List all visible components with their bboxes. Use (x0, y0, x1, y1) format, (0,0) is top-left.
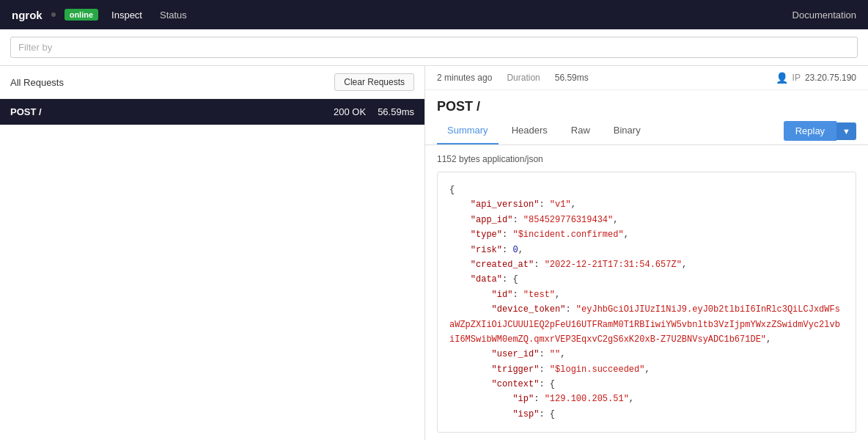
brand-logo: ngrok (12, 9, 43, 21)
filter-input[interactable] (10, 37, 858, 58)
user-icon: 👤 (776, 72, 788, 84)
left-panel: All Requests Clear Requests POST / 200 O… (0, 66, 425, 440)
all-requests-title: All Requests (10, 77, 64, 88)
replay-button[interactable]: Replay (784, 121, 836, 141)
request-status: 200 OK (334, 106, 366, 117)
ip-label: IP (792, 73, 801, 83)
nav-status[interactable]: Status (155, 10, 191, 21)
main-layout: All Requests Clear Requests POST / 200 O… (0, 66, 868, 440)
duration-value: 56.59ms (555, 73, 589, 83)
request-time: 2 minutes ago (437, 73, 492, 83)
tab-raw[interactable]: Raw (561, 117, 600, 144)
request-duration: 56.59ms (378, 106, 414, 117)
status-badge: online (65, 9, 98, 21)
tabs-row: Summary Headers Raw Binary Replay ▼ (425, 117, 868, 145)
navbar: ngrok online Inspect Status Documentatio… (0, 0, 868, 29)
nav-documentation[interactable]: Documentation (792, 10, 856, 21)
request-list: POST / 200 OK 56.59ms (0, 99, 424, 440)
nav-dot (51, 12, 56, 17)
request-method: POST / (10, 106, 42, 117)
replay-dropdown-button[interactable]: ▼ (836, 122, 856, 140)
json-viewer: { "api_version": "v1", "app_id": "854529… (437, 172, 856, 433)
content-area: 1152 bytes application/json { "api_versi… (425, 145, 868, 440)
clear-requests-button[interactable]: Clear Requests (334, 73, 414, 91)
duration-label: Duration (507, 73, 540, 83)
ip-value: 23.20.75.190 (805, 73, 856, 83)
tab-summary[interactable]: Summary (437, 117, 499, 144)
tab-headers[interactable]: Headers (501, 117, 558, 144)
bytes-info: 1152 bytes application/json (437, 154, 856, 164)
request-title: POST / (425, 90, 868, 117)
ip-section: 👤 IP 23.20.75.190 (776, 72, 856, 84)
tab-binary[interactable]: Binary (603, 117, 651, 144)
right-panel: 2 minutes ago Duration 56.59ms 👤 IP 23.2… (425, 66, 868, 440)
filter-bar (0, 29, 868, 66)
request-item[interactable]: POST / 200 OK 56.59ms (0, 99, 424, 125)
replay-group: Replay ▼ (784, 121, 856, 141)
right-meta: 2 minutes ago Duration 56.59ms 👤 IP 23.2… (425, 66, 868, 90)
left-header: All Requests Clear Requests (0, 66, 424, 99)
nav-inspect[interactable]: Inspect (107, 10, 147, 21)
